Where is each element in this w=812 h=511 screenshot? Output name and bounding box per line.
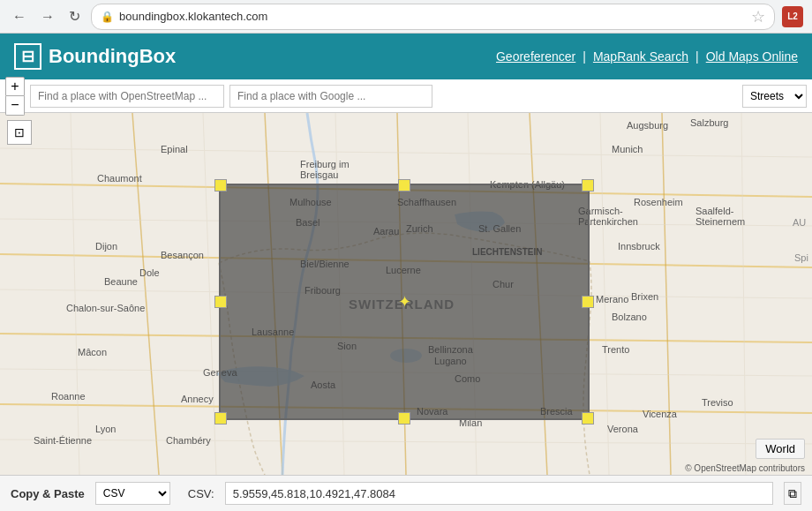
handle-middle-left[interactable] xyxy=(214,296,227,308)
osm-search-input[interactable] xyxy=(30,85,224,108)
logo-box: ⊟ xyxy=(14,43,41,70)
zoom-in-button[interactable]: + xyxy=(5,77,25,96)
selection-box[interactable]: ✦ xyxy=(219,184,590,420)
browser-bar: ← → ↻ 🔒 boundingbox.klokantech.com ☆ L2 xyxy=(0,0,812,34)
handle-middle-right[interactable] xyxy=(582,296,594,308)
refresh-button[interactable]: ↻ xyxy=(65,6,84,26)
map-type-select[interactable]: Streets Satellite Terrain xyxy=(742,85,807,108)
map-container: Augsburg Munich Epinal Freiburg imBreisg… xyxy=(0,113,812,475)
world-button[interactable]: World xyxy=(756,439,805,459)
separator-2: | xyxy=(695,49,699,64)
attribution: © OpenStreetMap contributors xyxy=(685,463,805,473)
handle-bottom-middle[interactable] xyxy=(398,412,410,425)
format-select[interactable]: CSV JSON WKT GeoJSON xyxy=(95,482,170,505)
georeferencer-link[interactable]: Georeferencer xyxy=(496,49,575,64)
app-title: BoundingBox xyxy=(49,45,176,68)
reset-button[interactable]: ⊡ xyxy=(7,120,32,145)
reset-icon: ⊡ xyxy=(14,125,25,139)
zoom-controls: + − xyxy=(5,77,25,116)
zoom-out-button[interactable]: − xyxy=(5,96,25,116)
oldmaps-link[interactable]: Old Maps Online xyxy=(706,49,798,64)
bookmark-button[interactable]: ☆ xyxy=(751,7,765,26)
forward-button[interactable]: → xyxy=(37,7,58,26)
handle-top-middle[interactable] xyxy=(398,179,410,192)
handle-top-right[interactable] xyxy=(582,179,594,192)
copy-paste-label: Copy & Paste xyxy=(11,487,85,500)
lock-icon: 🔒 xyxy=(101,11,114,23)
google-search-input[interactable] xyxy=(229,85,432,108)
maprank-link[interactable]: MapRank Search xyxy=(593,49,688,64)
logo-icon: ⊟ xyxy=(21,47,34,66)
handle-bottom-left[interactable] xyxy=(214,412,227,425)
extension-icon: L2 xyxy=(782,6,803,27)
bottom-bar: Copy & Paste CSV JSON WKT GeoJSON CSV: ⧉ xyxy=(0,475,812,511)
url-bar[interactable]: 🔒 boundingbox.klokantech.com ☆ xyxy=(91,4,775,30)
header-links: Georeferencer | MapRank Search | Old Map… xyxy=(496,49,798,64)
url-text: boundingbox.klokantech.com xyxy=(119,10,267,23)
copy-button[interactable]: ⧉ xyxy=(784,482,801,505)
app-header: ⊟ BoundingBox Georeferencer | MapRank Se… xyxy=(0,34,812,79)
separator-1: | xyxy=(583,49,586,64)
map-toolbar: + − Streets Satellite Terrain xyxy=(0,79,812,113)
csv-input[interactable] xyxy=(225,482,773,505)
handle-bottom-right[interactable] xyxy=(582,412,594,425)
csv-label: CSV: xyxy=(188,487,214,500)
center-marker: ✦ xyxy=(398,292,411,312)
copy-icon: ⧉ xyxy=(788,486,797,501)
handle-top-left[interactable] xyxy=(214,179,227,192)
back-button[interactable]: ← xyxy=(9,7,30,26)
